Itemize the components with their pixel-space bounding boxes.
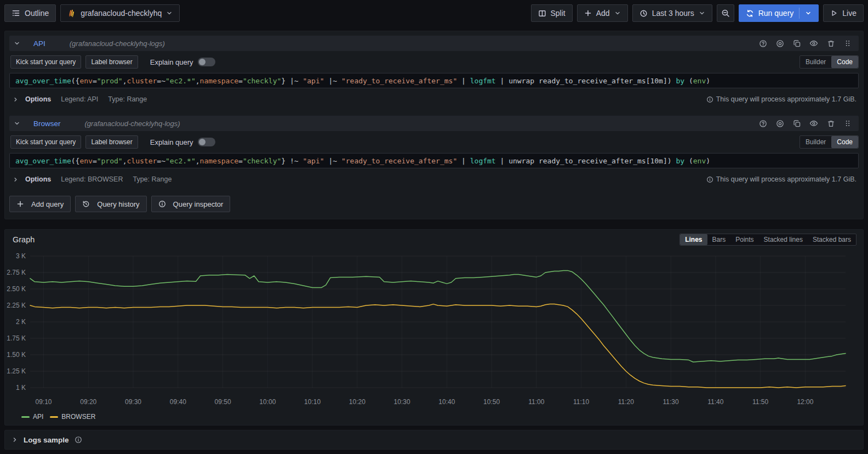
- logs-sample-label: Logs sample: [24, 436, 69, 444]
- info-icon[interactable]: [75, 436, 82, 444]
- query-header-api[interactable]: API (grafanacloud-checklyhq-logs): [9, 36, 859, 51]
- legend-label-browser[interactable]: BROWSER: [61, 413, 95, 421]
- graph-style-bars[interactable]: Bars: [707, 234, 731, 245]
- builder-tab[interactable]: Builder: [800, 136, 831, 148]
- svg-text:1.75 K: 1.75 K: [7, 334, 26, 342]
- svg-text:2.25 K: 2.25 K: [7, 302, 26, 309]
- svg-text:10:40: 10:40: [438, 398, 455, 406]
- time-series-chart[interactable]: 09:1009:2009:3009:4009:5010:0010:1010:20…: [5, 249, 863, 412]
- svg-text:09:40: 09:40: [170, 398, 186, 406]
- svg-text:1.25 K: 1.25 K: [7, 367, 26, 375]
- plus-icon: [584, 9, 592, 17]
- add-button[interactable]: Add: [577, 4, 628, 22]
- query-stats: This query will process approximately 1.…: [706, 95, 856, 103]
- split-icon: [538, 9, 546, 18]
- label-browser-button[interactable]: Label browser: [85, 135, 138, 149]
- query-row-api: API (grafanacloud-checklyhq-logs) Kick s…: [9, 36, 859, 106]
- svg-text:10:00: 10:00: [259, 398, 276, 406]
- graph-style-stacked-bars[interactable]: Stacked bars: [808, 234, 856, 245]
- query-ref-label[interactable]: API: [33, 39, 45, 48]
- svg-text:11:20: 11:20: [618, 398, 634, 406]
- query-code-input-api[interactable]: avg_over_time({env="prod",cluster=~"ec2.…: [9, 73, 859, 88]
- clock-icon: [639, 9, 648, 18]
- eye-icon[interactable]: [807, 117, 820, 130]
- label-browser-button[interactable]: Label browser: [85, 55, 138, 69]
- kick-start-button[interactable]: Kick start your query: [10, 135, 81, 149]
- chevron-down-icon[interactable]: [805, 10, 812, 16]
- copy-icon[interactable]: [790, 37, 803, 50]
- chevron-right-icon[interactable]: [13, 177, 19, 183]
- zoom-out-icon: [721, 9, 730, 18]
- graph-style-lines[interactable]: Lines: [680, 234, 707, 245]
- zoom-out-button[interactable]: [717, 4, 734, 22]
- time-range-picker[interactable]: Last 3 hours: [632, 4, 712, 22]
- add-label: Add: [596, 9, 610, 18]
- run-query-button[interactable]: Run query: [739, 4, 819, 22]
- svg-text:09:20: 09:20: [80, 398, 96, 406]
- chevron-down-icon: [699, 10, 705, 16]
- options-label[interactable]: Options: [25, 175, 51, 183]
- query-header-browser[interactable]: Browser (grafanacloud-checklyhq-logs): [9, 116, 859, 131]
- outline-button[interactable]: Outline: [4, 4, 56, 22]
- options-type: Type: Range: [108, 95, 147, 103]
- svg-text:3 K: 3 K: [16, 252, 26, 260]
- live-button[interactable]: Live: [823, 4, 864, 22]
- code-tab[interactable]: Code: [831, 136, 858, 148]
- options-label[interactable]: Options: [25, 95, 51, 103]
- query-actions-row: Add query Query history Query inspector: [9, 196, 859, 212]
- chevron-right-icon[interactable]: [13, 97, 19, 103]
- add-query-label: Add query: [31, 200, 64, 208]
- drag-handle-icon[interactable]: [841, 117, 854, 130]
- svg-text:2.75 K: 2.75 K: [7, 269, 26, 276]
- datasource-picker[interactable]: grafanacloud-checklyhq: [60, 4, 180, 22]
- chevron-down-icon: [166, 10, 173, 16]
- explain-query-toggle[interactable]: [198, 58, 215, 66]
- grafana-explore-page: Outline grafanacloud-checklyhq Split: [0, 0, 868, 450]
- svg-text:10:10: 10:10: [304, 398, 321, 406]
- explain-query-label: Explain query: [150, 58, 193, 66]
- query-toolbar: Kick start your query Label browser Expl…: [10, 55, 859, 69]
- trash-icon[interactable]: [824, 37, 837, 50]
- graph-style-stacked-lines[interactable]: Stacked lines: [759, 234, 808, 245]
- query-inspector-button[interactable]: Query inspector: [151, 196, 231, 212]
- help-icon[interactable]: [756, 37, 769, 50]
- legend-item-browser[interactable]: BROWSER: [50, 413, 95, 421]
- eye-icon[interactable]: [807, 37, 820, 50]
- query-ref-label[interactable]: Browser: [33, 120, 61, 128]
- query-history-label: Query history: [97, 200, 139, 208]
- split-button[interactable]: Split: [531, 4, 573, 22]
- builder-tab[interactable]: Builder: [800, 56, 831, 68]
- svg-text:2.50 K: 2.50 K: [7, 285, 26, 293]
- toggle-knob: [199, 139, 205, 145]
- plus-icon: [16, 200, 24, 208]
- record-icon[interactable]: [773, 37, 786, 50]
- explain-query-toggle[interactable]: [198, 138, 215, 146]
- help-icon[interactable]: [756, 117, 769, 130]
- legend-item-api[interactable]: API: [21, 413, 43, 421]
- kick-start-button[interactable]: Kick start your query: [10, 55, 81, 69]
- live-label: Live: [842, 9, 856, 18]
- query-history-button[interactable]: Query history: [75, 196, 146, 212]
- svg-text:11:40: 11:40: [707, 398, 723, 406]
- copy-icon[interactable]: [790, 117, 803, 130]
- query-datasource-hint: (grafanacloud-checklyhq-logs): [70, 39, 165, 48]
- drag-handle-icon[interactable]: [841, 37, 854, 50]
- graph-style-group: Lines Bars Points Stacked lines Stacked …: [679, 234, 856, 246]
- explain-query-control: Explain query: [150, 58, 215, 66]
- trash-icon[interactable]: [824, 117, 837, 130]
- query-row-browser: Browser (grafanacloud-checklyhq-logs) Ki…: [9, 116, 859, 186]
- add-query-button[interactable]: Add query: [9, 196, 71, 212]
- explain-query-control: Explain query: [150, 138, 215, 146]
- legend-label-api[interactable]: API: [33, 413, 43, 421]
- svg-text:11:50: 11:50: [752, 398, 768, 406]
- graph-style-points[interactable]: Points: [730, 234, 758, 245]
- query-options-row: Options Legend: BROWSER Type: Range This…: [13, 173, 856, 186]
- code-tab[interactable]: Code: [831, 56, 858, 68]
- logs-sample-panel[interactable]: Logs sample: [4, 430, 864, 450]
- record-icon[interactable]: [773, 117, 786, 130]
- graph-panel: Graph Lines Bars Points Stacked lines St…: [4, 229, 864, 425]
- query-code-input-browser[interactable]: avg_over_time({env="prod",cluster=~"ec2.…: [9, 153, 859, 168]
- svg-text:10:50: 10:50: [483, 398, 500, 406]
- toolbar-left: Outline grafanacloud-checklyhq: [4, 4, 180, 22]
- chevron-down-icon: [14, 40, 20, 47]
